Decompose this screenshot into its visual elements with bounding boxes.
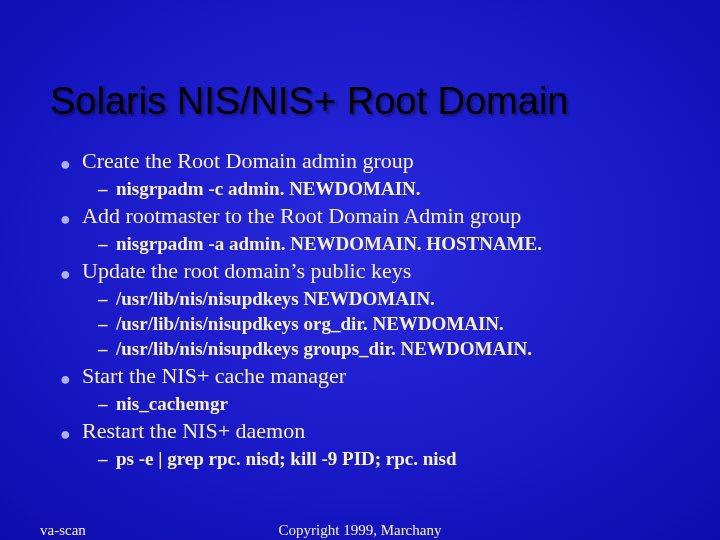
list-item: ● Start the NIS+ cache manager: [60, 363, 670, 389]
sub-list-text: /usr/lib/nis/nisupdkeys NEWDOMAIN.: [116, 288, 435, 310]
dash-icon: –: [98, 338, 116, 360]
list-text: Create the Root Domain admin group: [82, 148, 414, 174]
bullet-icon: ●: [60, 265, 82, 283]
list-text: Start the NIS+ cache manager: [82, 363, 346, 389]
slide-title: Solaris NIS/NIS+ Root Domain: [50, 80, 670, 123]
dash-icon: –: [98, 233, 116, 255]
sub-list-text: nis_cachemgr: [116, 393, 228, 415]
sub-list-item: – /usr/lib/nis/nisupdkeys org_dir. NEWDO…: [98, 313, 670, 335]
sub-list-item: – nisgrpadm -c admin. NEWDOMAIN.: [98, 178, 670, 200]
sub-list-text: nisgrpadm -c admin. NEWDOMAIN.: [116, 178, 421, 200]
list-text: Add rootmaster to the Root Domain Admin …: [82, 203, 521, 229]
dash-icon: –: [98, 313, 116, 335]
dash-icon: –: [98, 448, 116, 470]
sub-list-text: /usr/lib/nis/nisupdkeys org_dir. NEWDOMA…: [116, 313, 504, 335]
list-item: ● Update the root domain’s public keys: [60, 258, 670, 284]
bullet-icon: ●: [60, 210, 82, 228]
list-item: ● Add rootmaster to the Root Domain Admi…: [60, 203, 670, 229]
dash-icon: –: [98, 393, 116, 415]
footer-center: Copyright 1999, Marchany: [0, 522, 720, 539]
dash-icon: –: [98, 288, 116, 310]
sub-list-item: – /usr/lib/nis/nisupdkeys NEWDOMAIN.: [98, 288, 670, 310]
sub-list-item: – nis_cachemgr: [98, 393, 670, 415]
sub-list-item: – /usr/lib/nis/nisupdkeys groups_dir. NE…: [98, 338, 670, 360]
sub-list-item: – ps -e | grep rpc. nisd; kill -9 PID; r…: [98, 448, 670, 470]
slide-content: ● Create the Root Domain admin group – n…: [50, 148, 670, 470]
sub-list-text: /usr/lib/nis/nisupdkeys groups_dir. NEWD…: [116, 338, 532, 360]
bullet-icon: ●: [60, 425, 82, 443]
sub-list-item: – nisgrpadm -a admin. NEWDOMAIN. HOSTNAM…: [98, 233, 670, 255]
list-text: Restart the NIS+ daemon: [82, 418, 305, 444]
list-item: ● Restart the NIS+ daemon: [60, 418, 670, 444]
list-item: ● Create the Root Domain admin group: [60, 148, 670, 174]
bullet-icon: ●: [60, 370, 82, 388]
sub-list-text: nisgrpadm -a admin. NEWDOMAIN. HOSTNAME.: [116, 233, 542, 255]
list-text: Update the root domain’s public keys: [82, 258, 411, 284]
sub-list-text: ps -e | grep rpc. nisd; kill -9 PID; rpc…: [116, 448, 457, 470]
dash-icon: –: [98, 178, 116, 200]
bullet-icon: ●: [60, 155, 82, 173]
slide: Solaris NIS/NIS+ Root Domain ● Create th…: [0, 0, 720, 540]
